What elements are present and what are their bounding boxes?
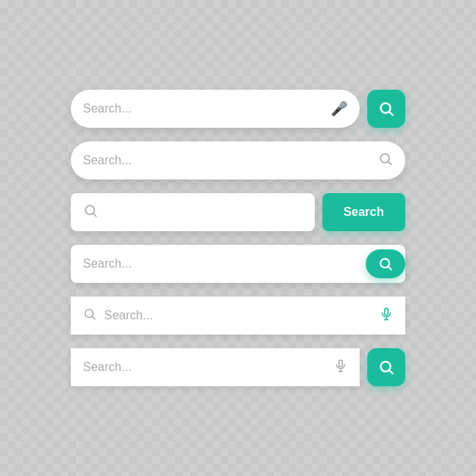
search-bar-6[interactable]: Search...: [71, 348, 360, 386]
mic-icon-5: [379, 307, 393, 325]
placeholder-4: Search...: [83, 257, 360, 271]
placeholder-1: Search...: [83, 102, 325, 116]
search-button-4[interactable]: [366, 249, 405, 278]
search-button-6[interactable]: [367, 348, 405, 386]
placeholder-2: Search...: [83, 154, 372, 167]
search-row-5: Search...: [71, 297, 405, 335]
mic-icon-1: 🎤: [331, 100, 347, 117]
search-row-6: Search...: [71, 348, 405, 386]
search-icon-4: [378, 256, 393, 271]
svg-line-7: [389, 267, 392, 270]
search-bar-2[interactable]: Search...: [71, 141, 405, 179]
search-row-4: Search...: [71, 245, 405, 283]
search-icon-2: [378, 151, 393, 170]
search-button-label-3: Search: [344, 205, 384, 219]
svg-rect-10: [385, 308, 389, 315]
svg-line-3: [389, 161, 392, 164]
search-icon-3: [83, 203, 98, 222]
search-bar-4[interactable]: Search...: [71, 245, 405, 283]
svg-line-17: [389, 370, 392, 373]
svg-line-9: [92, 316, 94, 319]
search-row-3: Search: [71, 193, 405, 231]
search-icon-1: [378, 100, 395, 117]
svg-line-1: [389, 112, 392, 115]
search-icon-5: [83, 307, 97, 325]
svg-point-2: [380, 154, 389, 163]
svg-rect-13: [339, 360, 343, 367]
search-row-2: Search...: [71, 141, 405, 179]
search-bar-1[interactable]: Search... 🎤: [71, 90, 360, 128]
search-row-1: Search... 🎤: [71, 90, 405, 128]
mic-icon-6: [334, 359, 347, 376]
svg-line-5: [94, 213, 97, 216]
search-bar-5[interactable]: Search...: [71, 297, 405, 335]
svg-point-4: [85, 205, 94, 214]
search-bars-container: Search... 🎤 Search...: [56, 67, 420, 409]
search-icon-6: [378, 359, 395, 376]
placeholder-5: Search...: [104, 309, 373, 322]
search-bar-3[interactable]: [71, 193, 315, 231]
placeholder-6: Search...: [83, 360, 328, 374]
svg-point-8: [85, 309, 94, 318]
search-button-1[interactable]: [367, 90, 405, 128]
search-button-3[interactable]: Search: [322, 193, 405, 231]
